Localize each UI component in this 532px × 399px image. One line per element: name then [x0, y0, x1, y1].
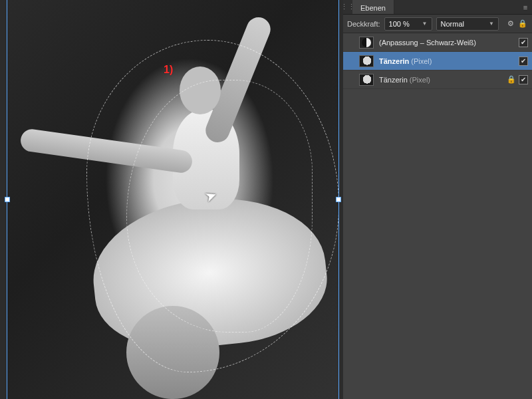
layer-options-row: Deckkraft: 100 % ▼ Normal ▼ ⚙ 🔒	[343, 15, 532, 33]
layer-label: Tänzerin (Pixel)	[379, 57, 513, 65]
layer-row-controls	[519, 38, 528, 47]
layers-panel: ⋮⋮ Ebenen ≡ Deckkraft: 100 % ▼ Normal ▼ …	[343, 0, 532, 399]
figure-arm-left	[19, 128, 194, 174]
lock-icon[interactable]: 🔒	[517, 19, 528, 29]
blend-mode-combo[interactable]: Normal ▼	[436, 17, 499, 31]
annotation-1: 1)	[164, 64, 173, 76]
document-canvas[interactable]: 1) ➤	[0, 0, 343, 399]
panel-grip-icon[interactable]: ⋮⋮	[343, 0, 352, 14]
visibility-checkbox[interactable]	[519, 57, 528, 66]
panel-tabbar: ⋮⋮ Ebenen ≡	[343, 0, 532, 15]
layer-thumbnail[interactable]	[359, 74, 374, 86]
layer-type-suffix: (Pixel)	[408, 76, 430, 84]
layer-thumbnail[interactable]	[359, 55, 374, 67]
layer-row[interactable]: Tänzerin (Pixel)	[343, 52, 532, 70]
panel-menu-button[interactable]: ≡	[519, 0, 532, 14]
layer-thumbnail[interactable]	[359, 37, 374, 49]
figure-head	[180, 66, 221, 114]
layer-label: (Anpassung – Schwarz-Weiß)	[379, 39, 513, 47]
tab-layers-label: Ebenen	[360, 4, 386, 12]
layer-name: Tänzerin	[379, 76, 408, 84]
opacity-combo[interactable]: 100 % ▼	[384, 17, 432, 31]
layer-name: Tänzerin	[379, 57, 409, 65]
tab-layers[interactable]: Ebenen	[352, 0, 394, 14]
layer-row[interactable]: (Anpassung – Schwarz-Weiß)	[343, 33, 532, 52]
lock-icon[interactable]: 🔒	[507, 75, 516, 84]
chevron-down-icon: ▼	[422, 21, 428, 27]
blend-mode-value: Normal	[441, 20, 464, 28]
layer-list[interactable]: (Anpassung – Schwarz-Weiß)Tänzerin (Pixe…	[343, 33, 532, 399]
layer-row-controls	[519, 57, 528, 66]
layer-label: Tänzerin (Pixel)	[379, 76, 501, 84]
layer-type-suffix: (Pixel)	[409, 57, 432, 65]
layer-row-controls: 🔒	[507, 75, 528, 84]
opacity-value: 100 %	[389, 20, 410, 28]
opacity-label: Deckkraft:	[347, 20, 380, 28]
canvas-image	[7, 0, 339, 399]
visibility-checkbox[interactable]	[519, 75, 528, 84]
chevron-down-icon: ▼	[489, 21, 494, 27]
layer-row[interactable]: Tänzerin (Pixel)🔒	[343, 70, 532, 89]
visibility-checkbox[interactable]	[519, 38, 528, 47]
layer-name: (Anpassung – Schwarz-Weiß)	[379, 39, 476, 47]
layer-option-icons: ⚙ 🔒	[505, 19, 528, 29]
gear-icon[interactable]: ⚙	[505, 19, 516, 29]
figure-leg	[126, 306, 219, 399]
